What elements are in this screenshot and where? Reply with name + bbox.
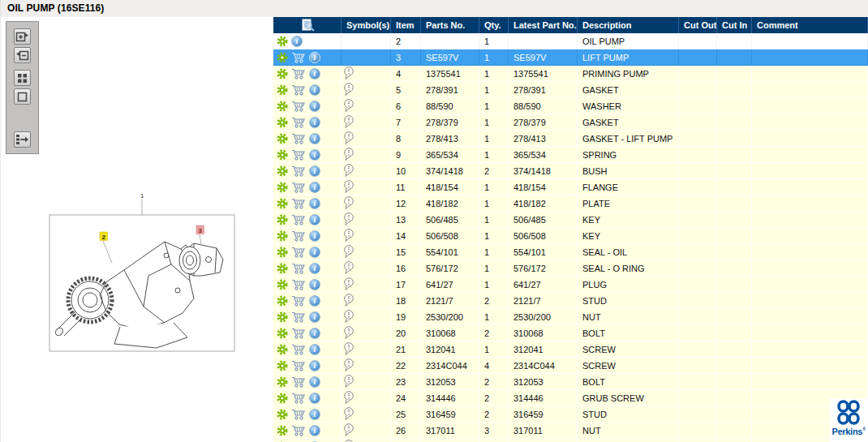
cart-icon-button[interactable] [291,279,306,290]
table-row[interactable]: i 182121/722121/7STUD [273,293,868,309]
cart-icon-button[interactable] [291,230,306,242]
symbol-balloon-button[interactable] [343,391,355,405]
symbol-balloon-button[interactable] [343,212,355,226]
cart-icon-button[interactable] [291,101,306,112]
table-row[interactable]: i 15554/1011554/101SEAL - OIL [273,244,868,260]
cart-icon-button[interactable] [291,68,306,79]
table-row[interactable]: i 253164592316459STUD [273,406,868,423]
info-icon-button[interactable]: i [309,295,320,307]
table-row[interactable]: i 243144462314446GRUB SCREW [273,390,868,406]
info-icon-button[interactable]: i [309,198,320,209]
gear-icon-button[interactable] [277,425,288,436]
gear-icon-button[interactable] [277,101,288,112]
table-row[interactable]: i 10374/14182374/1418BUSH [273,163,868,179]
info-icon-button[interactable]: i [309,393,320,404]
gear-icon-button[interactable] [277,214,288,225]
table-row[interactable]: i 7278/3791278/379GASKET [273,114,868,131]
symbol-balloon-button[interactable] [343,180,355,194]
info-icon-button[interactable]: i [309,52,320,63]
gear-icon-button[interactable] [277,165,288,177]
gear-icon-button[interactable] [277,328,288,339]
gear-icon-button[interactable] [277,133,288,144]
callout-3[interactable]: 3 [196,225,204,234]
info-icon-button[interactable]: i [291,36,303,47]
cart-icon-button[interactable] [291,425,306,436]
info-icon-button[interactable]: i [309,425,320,436]
gear-icon-button[interactable] [277,247,288,258]
gear-icon-button[interactable] [277,230,288,242]
symbol-balloon-button[interactable] [343,148,355,161]
callout-2[interactable]: 2 [100,232,108,241]
info-icon-button[interactable]: i [309,165,320,177]
callout-1[interactable]: 1 [140,192,144,200]
cart-icon-button[interactable] [291,52,306,63]
table-row[interactable]: i 12418/1821418/182PLATE [273,195,868,212]
cart-icon-button[interactable] [291,409,306,420]
table-row[interactable]: i 203100682310068BOLT [273,325,868,341]
gear-icon-button[interactable] [277,393,288,404]
cart-icon-button[interactable] [291,182,306,193]
symbol-balloon-button[interactable] [343,67,355,80]
cart-icon-button[interactable] [291,376,306,388]
symbol-balloon-button[interactable] [343,131,355,145]
table-row[interactable]: i 688/590188/590WASHER [273,98,868,114]
symbol-balloon-button[interactable] [343,99,355,113]
table-row[interactable]: i 5278/3911278/391GASKET [273,82,868,98]
gear-icon-button[interactable] [277,84,288,96]
cart-icon-button[interactable] [291,117,306,128]
table-row[interactable]: i 192530/20012530/200NUT [273,309,868,325]
info-icon-button[interactable]: i [309,230,320,242]
info-icon-button[interactable]: i [309,214,320,225]
fit-view-button[interactable] [14,88,31,105]
gear-icon-button[interactable] [277,409,288,420]
table-row[interactable]: i 233120532312053BOLT [273,374,868,390]
info-icon-button[interactable]: i [309,117,320,128]
gear-icon-button[interactable] [277,117,288,128]
table-row[interactable]: i 213120411312041SCREW [273,341,868,358]
cart-icon-button[interactable] [291,133,306,144]
symbol-balloon-button[interactable] [343,261,355,275]
info-icon-button[interactable]: i [309,376,320,388]
cart-icon-button[interactable] [291,311,306,323]
info-icon-button[interactable]: i [309,182,320,193]
info-icon-button[interactable]: i [309,247,320,258]
info-icon-button[interactable]: i [309,101,320,112]
symbol-balloon-button[interactable] [343,358,355,372]
symbol-balloon-button[interactable] [343,342,355,356]
symbol-balloon-button[interactable] [343,83,355,97]
cart-icon-button[interactable] [291,295,306,307]
table-row[interactable]: i3SE597V1SE597VLIFT PUMP [273,49,868,66]
zoom-out-button[interactable] [14,47,31,63]
symbol-balloon-button[interactable] [343,196,355,210]
table-row[interactable]: i 11418/1541418/154FLANGE [273,179,868,195]
symbol-balloon-button[interactable] [343,326,355,340]
table-row[interactable]: i 17641/271641/27PLUG [273,277,868,293]
header-catalog-search[interactable] [273,17,342,33]
gear-icon-button[interactable] [277,344,288,355]
table-row[interactable]: i 8278/4131278/413GASKET - LIFT PUMP [273,131,868,147]
info-icon-button[interactable]: i [309,328,320,339]
symbol-balloon-button[interactable] [343,245,355,259]
info-icon-button[interactable]: i [309,68,320,79]
cart-icon-button[interactable] [291,328,306,339]
symbol-balloon-button[interactable] [343,375,355,388]
gear-icon-button[interactable] [277,68,288,79]
info-icon-button[interactable]: i [309,133,320,144]
symbol-balloon-button[interactable] [343,277,355,291]
gear-icon-button[interactable] [277,198,288,209]
symbol-balloon-button[interactable] [343,115,355,129]
cart-icon-button[interactable] [291,344,306,355]
info-icon-button[interactable]: i [309,344,320,355]
table-row[interactable]: i21OIL PUMP [273,33,868,49]
table-row[interactable]: i [273,439,868,442]
gear-icon-button[interactable] [277,376,288,388]
info-icon-button[interactable]: i [309,360,320,371]
symbol-balloon-button[interactable] [343,229,355,242]
gear-icon-button[interactable] [277,263,288,274]
symbol-balloon-button[interactable] [343,423,355,437]
info-icon-button[interactable]: i [309,409,320,420]
table-row[interactable]: i 13506/4851506/485KEY [273,212,868,228]
cart-icon-button[interactable] [291,247,306,258]
table-row[interactable]: i 14506/5081506/508KEY [273,228,868,244]
cart-icon-button[interactable] [291,165,306,177]
